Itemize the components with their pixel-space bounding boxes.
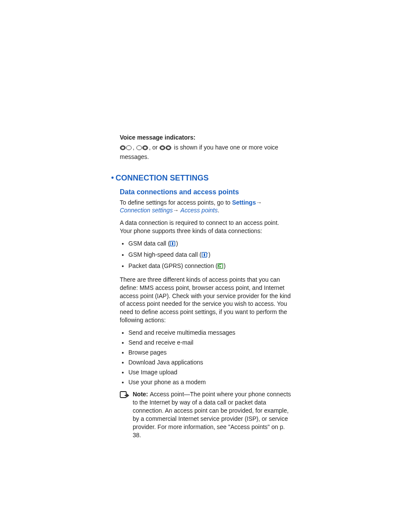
list-item: GSM high-speed data call (+)	[128, 251, 292, 260]
section-heading-connection-settings: •CONNECTION SETTINGS	[120, 172, 292, 183]
voice-indicators-line: , , or is shown if you have one or more …	[120, 143, 292, 161]
svg-point-3	[137, 146, 142, 150]
voicemail-icon-both-on	[159, 145, 172, 153]
svg-point-9	[167, 146, 170, 149]
conn-item-pre: GSM high-speed data call (	[128, 251, 202, 258]
note-body: Access point—The point where your phone …	[133, 391, 291, 438]
gsm-data-icon	[170, 241, 176, 249]
voice-sep2: , or	[149, 144, 159, 151]
link-settings[interactable]: Settings	[232, 199, 256, 206]
svg-point-5	[144, 146, 146, 149]
list-item: Send and receive multimedia messages	[128, 329, 292, 337]
list-item: Send and receive e-mail	[128, 339, 292, 347]
voicemail-icon-off-on	[136, 145, 149, 153]
voice-sep1: ,	[133, 144, 136, 151]
list-item: Packet data (GPRS) connection ()	[128, 262, 292, 271]
list-item: Browse pages	[128, 348, 292, 357]
list-item: Use Image upload	[128, 368, 292, 376]
arrow-2: →	[173, 207, 179, 214]
svg-point-2	[126, 146, 131, 150]
list-item: Use your phone as a modem	[128, 378, 292, 386]
gsm-highspeed-icon: +	[202, 252, 209, 260]
link-connection-settings[interactable]: Connection settings	[120, 207, 173, 214]
gprs-icon	[218, 263, 224, 271]
svg-point-1	[121, 146, 124, 149]
list-item: GSM data call ()	[128, 240, 292, 249]
voice-indicators-label: Voice message indicators:	[120, 134, 292, 142]
section-title-text: CONNECTION SETTINGS	[115, 174, 209, 182]
conn-item-post: )	[224, 262, 226, 269]
note-text: Note: Access point—The point where your …	[133, 390, 292, 439]
conn-item-post: )	[176, 240, 178, 247]
conn-item-pre: GSM data call (	[128, 240, 170, 247]
sub-heading-data-connections: Data connections and access points	[120, 187, 292, 197]
para-data-connection-required: A data connection is required to connect…	[120, 219, 292, 235]
voicemail-icon-both-on-off	[120, 145, 133, 153]
conn-item-pre: Packet data (GPRS) connection (	[128, 262, 218, 269]
note-label: Note:	[133, 391, 150, 398]
define-prefix: To define settings for access points, go…	[120, 199, 232, 206]
list-item: Download Java applications	[128, 358, 292, 367]
svg-rect-16	[120, 392, 126, 398]
note-block: Note: Access point—The point where your …	[120, 390, 292, 439]
period: .	[218, 207, 219, 214]
connection-types-list: GSM data call () GSM high-speed data cal…	[120, 240, 292, 271]
arrow-1: →	[256, 199, 262, 206]
svg-rect-11	[172, 242, 173, 245]
svg-rect-13	[204, 253, 205, 256]
conn-item-post: )	[209, 251, 211, 258]
para-access-points: There are three different kinds of acces…	[120, 276, 292, 324]
actions-list: Send and receive multimedia messages Sen…	[120, 329, 292, 386]
svg-point-7	[161, 146, 164, 149]
section-bullet-icon: •	[111, 173, 115, 182]
define-settings-paragraph: To define settings for access points, go…	[120, 199, 292, 215]
note-icon	[120, 391, 129, 401]
link-access-points[interactable]: Access points	[181, 207, 218, 214]
